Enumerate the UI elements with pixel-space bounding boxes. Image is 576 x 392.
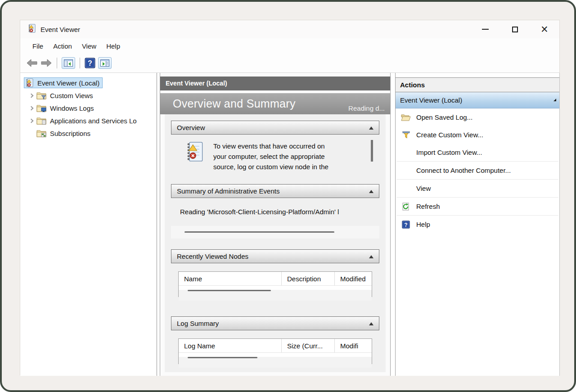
console-tree-toggle-icon xyxy=(64,59,73,67)
console-tree-toggle-button[interactable] xyxy=(62,57,75,69)
menu-bar: File Action View Help xyxy=(20,38,559,54)
forward-icon xyxy=(40,59,52,67)
log-summary-section-body: Log Name Size (Curr... Modifi xyxy=(171,338,379,372)
actions-group-event-viewer-local[interactable]: Event Viewer (Local) xyxy=(396,92,559,108)
actions-group-label: Event Viewer (Local) xyxy=(400,96,462,104)
column-header-log-name[interactable]: Log Name xyxy=(179,339,281,352)
maximize-button[interactable] xyxy=(500,20,530,38)
chevron-right-icon[interactable] xyxy=(26,94,36,97)
recent-nodes-section-body: Name Description Modified xyxy=(171,271,379,316)
column-header-description[interactable]: Description xyxy=(281,272,334,285)
minimize-button[interactable] xyxy=(470,20,500,38)
recent-nodes-section-header[interactable]: Recently Viewed Nodes xyxy=(171,249,379,263)
collapse-arrow-icon[interactable] xyxy=(369,190,374,193)
toolbar-separator xyxy=(80,58,80,68)
refresh-icon xyxy=(402,203,410,211)
summary-section-title: Summary of Administrative Events xyxy=(177,187,279,195)
group-collapse-arrow-icon[interactable] xyxy=(554,99,556,101)
event-viewer-large-icon xyxy=(184,141,204,162)
tree-item-subscriptions[interactable]: Subscriptions xyxy=(20,127,157,140)
menu-help[interactable]: Help xyxy=(101,41,125,52)
actions-pane: Actions Event Viewer (Local) Open Saved … xyxy=(395,73,560,376)
console-tree-pane: Event Viewer (Local) Custom Views xyxy=(20,73,157,376)
column-header-size-current[interactable]: Size (Curr... xyxy=(281,339,334,352)
forward-button[interactable] xyxy=(40,59,52,67)
close-button[interactable]: × xyxy=(530,20,559,38)
summary-section-header[interactable]: Summary of Administrative Events xyxy=(171,184,379,198)
menu-action[interactable]: Action xyxy=(48,41,77,52)
action-import-custom-view[interactable]: Import Custom View... xyxy=(396,144,559,161)
action-view[interactable]: View xyxy=(396,180,559,197)
tree-item-label: Windows Logs xyxy=(50,104,94,112)
column-header-modified[interactable]: Modified xyxy=(334,272,372,285)
tree-item-label: Applications and Services Lo xyxy=(50,117,137,125)
action-connect-to-another-computer[interactable]: Connect to Another Computer... xyxy=(396,162,559,179)
results-pane: Event Viewer (Local) Overview and Summar… xyxy=(160,73,391,376)
folder-filter-icon xyxy=(36,91,46,99)
recent-nodes-table-header: Name Description Modified xyxy=(179,272,372,286)
banner-status-text: Reading d... xyxy=(348,104,385,112)
recent-nodes-loading-row xyxy=(179,290,372,301)
menu-file[interactable]: File xyxy=(27,41,48,52)
log-summary-progress-bar xyxy=(188,357,257,358)
action-refresh[interactable]: Refresh xyxy=(396,198,559,215)
action-label: Open Saved Log... xyxy=(416,113,472,121)
column-header-modified[interactable]: Modifi xyxy=(334,339,372,352)
collapse-arrow-icon[interactable] xyxy=(369,126,374,130)
filter-icon xyxy=(402,131,410,139)
chevron-right-icon[interactable] xyxy=(26,119,36,122)
action-label: Help xyxy=(416,221,430,228)
action-open-saved-log[interactable]: Open Saved Log... xyxy=(396,108,559,126)
overview-section-title: Overview xyxy=(177,124,205,131)
help-icon: ? xyxy=(85,58,95,68)
folder-grid-icon xyxy=(36,129,46,137)
toolbar-help-button[interactable]: ? xyxy=(85,58,95,68)
open-folder-icon xyxy=(401,114,411,121)
overview-text-line: source, log or custom view node in the xyxy=(213,162,328,172)
tree-item-custom-views[interactable]: Custom Views xyxy=(20,89,157,102)
toolbar: ? xyxy=(20,54,559,73)
overview-banner: Overview and Summary Reading d... xyxy=(160,93,390,114)
help-icon: ? xyxy=(402,221,410,229)
summary-section-body: Reading 'Microsoft-Client-Licensing-Plat… xyxy=(171,198,379,245)
action-label: Refresh xyxy=(416,203,440,210)
recent-nodes-section-title: Recently Viewed Nodes xyxy=(177,252,248,260)
menu-view[interactable]: View xyxy=(77,41,101,52)
summary-loading-text: Reading 'Microsoft-Client-Licensing-Plat… xyxy=(171,198,379,216)
overview-text-line: your computer, select the appropriate xyxy=(213,151,328,162)
maximize-icon xyxy=(512,27,518,32)
tree-item-label: Subscriptions xyxy=(50,130,90,137)
chevron-right-icon[interactable] xyxy=(26,107,36,110)
collapse-arrow-icon[interactable] xyxy=(369,255,374,258)
svg-text:?: ? xyxy=(88,59,92,67)
folder-page-icon xyxy=(36,117,46,125)
action-help[interactable]: ? Help xyxy=(396,216,559,233)
back-button[interactable] xyxy=(26,59,38,67)
window-controls: × xyxy=(470,20,559,38)
action-pane-toggle-button[interactable] xyxy=(98,57,112,69)
tree-item-label: Custom Views xyxy=(50,92,93,99)
banner-title: Overview and Summary xyxy=(160,97,296,110)
collapse-arrow-icon[interactable] xyxy=(369,322,374,325)
event-viewer-window: Event Viewer × File Action View Help xyxy=(20,20,560,375)
event-viewer-app-icon xyxy=(27,24,36,35)
toolbar-separator xyxy=(57,58,57,68)
tree-item-windows-logs[interactable]: Windows Logs xyxy=(20,102,157,114)
action-create-custom-view[interactable]: Create Custom View... xyxy=(396,126,559,144)
tree-selection: Event Viewer (Local) xyxy=(24,77,103,88)
overview-scrollbar-thumb[interactable] xyxy=(371,140,373,162)
close-icon: × xyxy=(541,23,548,36)
results-pane-title: Event Viewer (Local) xyxy=(160,77,390,90)
action-label: Import Custom View... xyxy=(416,149,482,156)
main-area: Event Viewer (Local) Custom Views xyxy=(20,73,559,376)
overview-section-header[interactable]: Overview xyxy=(171,121,379,135)
tree-item-applications-services-logs[interactable]: Applications and Services Lo xyxy=(20,114,157,127)
log-summary-section-header[interactable]: Log Summary xyxy=(171,316,379,330)
action-label: View xyxy=(416,185,431,192)
minimize-icon xyxy=(482,29,489,30)
summary-progress-track xyxy=(171,226,379,239)
log-summary-table-header: Log Name Size (Curr... Modifi xyxy=(179,339,372,353)
svg-text:?: ? xyxy=(404,221,407,228)
tree-item-event-viewer-local[interactable]: Event Viewer (Local) xyxy=(20,77,157,89)
column-header-name[interactable]: Name xyxy=(179,272,281,285)
